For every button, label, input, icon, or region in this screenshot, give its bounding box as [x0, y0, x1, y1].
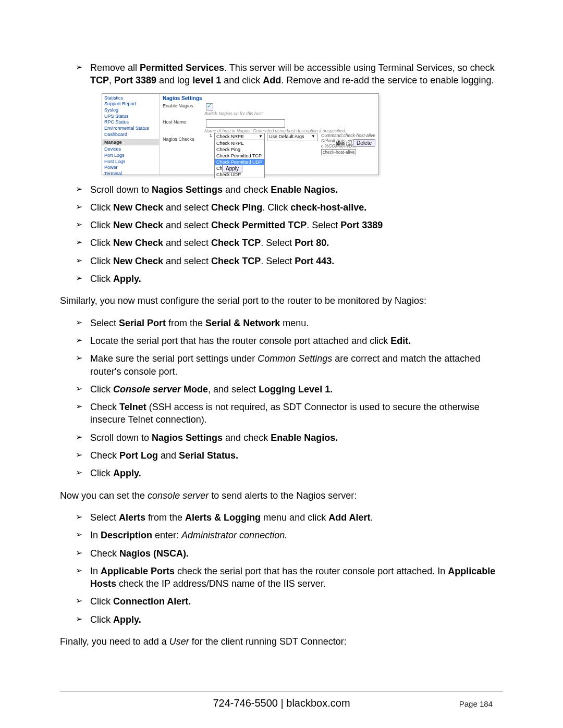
footer-divider [60, 691, 503, 692]
chevron-down-icon: ▼ [259, 134, 263, 139]
apply-button[interactable]: Apply [222, 165, 242, 172]
page-number: Page 184 [459, 699, 493, 708]
sidebar-link[interactable]: Devices [104, 146, 157, 153]
nagios-screenshot: StatisticsSupport ReportSyslogUPS Status… [102, 93, 379, 175]
list-item: Make sure the serial port settings under… [76, 352, 503, 378]
sidebar-link[interactable]: Statistics [104, 95, 157, 102]
sidebar-link[interactable]: UPS Status [104, 114, 157, 120]
list-serial: Select Serial Port from the Serial & Net… [60, 317, 503, 480]
sidebar-link[interactable]: Syslog [104, 107, 157, 114]
list-item: Scroll down to Nagios Settings and check… [76, 431, 503, 444]
dropdown-option[interactable]: Check Permitted TCP [215, 153, 264, 159]
list-after-shot: Scroll down to Nagios Settings and check… [60, 183, 503, 286]
list-item: Click Apply. [76, 613, 503, 626]
chevron-down-icon: ▼ [311, 134, 315, 139]
list-item: Click Apply. [76, 273, 503, 285]
list-item: Click New Check and select Check Ping. C… [76, 201, 503, 214]
list-item: Click Apply. [76, 467, 503, 479]
screenshot-sidebar: StatisticsSupport ReportSyslogUPS Status… [102, 94, 160, 175]
delete-button[interactable]: Delete [353, 139, 375, 147]
list-item: Locate the serial port that has the rout… [76, 335, 503, 347]
list-item: Click Console server Mode, and select Lo… [76, 383, 503, 396]
sidebar-link[interactable]: Environmental Status [104, 126, 157, 132]
list-item: Scroll down to Nagios Settings and check… [76, 183, 503, 196]
list-item: In Applicable Ports check the serial por… [76, 565, 503, 590]
list-item: Remove all Permitted Services. This serv… [76, 61, 503, 87]
para-alerts-intro: Now you can set the console server to se… [60, 489, 503, 502]
radio-icon: ○ [346, 140, 352, 146]
list-item: Click New Check and select Check TCP. Se… [76, 237, 503, 249]
dropdown-option[interactable]: Check NRPE [215, 140, 264, 146]
hostname-label: Host Name [163, 119, 204, 125]
check-name-small: check-host-alive [336, 133, 375, 138]
list-item: In Description enter: Administrator conn… [76, 529, 503, 541]
sidebar-link[interactable]: Terminal [104, 171, 157, 177]
nagios-checks-label: Nagios Checks [163, 137, 204, 142]
list-item: Check Nagios (NSCA). [76, 547, 503, 560]
list-item: Click New Check and select Check Permitt… [76, 219, 503, 231]
list-item: Click New Check and select Check TCP. Se… [76, 255, 503, 267]
sidebar-link[interactable]: Host Logs [104, 159, 157, 165]
para-serial-intro: Similarly, you now must configure the se… [60, 294, 503, 307]
args-dropdown[interactable]: Use Default Args▼ [267, 133, 317, 141]
sidebar-link[interactable]: Port Logs [104, 153, 157, 159]
list-item: Select Serial Port from the Serial & Net… [76, 317, 503, 329]
screenshot-main: Nagios Settings Enable Nagios Switch Nag… [160, 94, 378, 175]
sidebar-link[interactable]: Power [104, 165, 157, 171]
enable-nagios-help: Switch Nagios on for this host [204, 111, 263, 116]
sidebar-link[interactable]: Support Report [104, 101, 157, 107]
list-item: Click Connection Alert. [76, 595, 503, 608]
nagios-settings-heading: Nagios Settings [163, 95, 375, 101]
list-intro: Remove all Permitted Services. This serv… [60, 61, 503, 87]
list-alerts: Select Alerts from the Alerts & Logging … [60, 511, 503, 626]
manage-header: Manage [102, 139, 159, 145]
enable-nagios-checkbox[interactable] [206, 103, 213, 110]
para-user-intro: Finally, you need to add a User for the … [60, 635, 503, 648]
page: Remove all Permitted Services. This serv… [0, 0, 563, 728]
dropdown-option[interactable]: Check Ping [215, 146, 264, 153]
list-item: Select Alerts from the Alerts & Logging … [76, 511, 503, 524]
hostname-input[interactable] [206, 119, 285, 128]
sidebar-link[interactable]: Dashboard [104, 132, 157, 138]
sidebar-link[interactable]: RPC Status [104, 119, 157, 126]
list-item: Check Telnet (SSH access is not required… [76, 401, 503, 426]
list-item: Check Port Log and Serial Status. [76, 449, 503, 462]
enable-nagios-label: Enable Nagios [163, 103, 204, 108]
